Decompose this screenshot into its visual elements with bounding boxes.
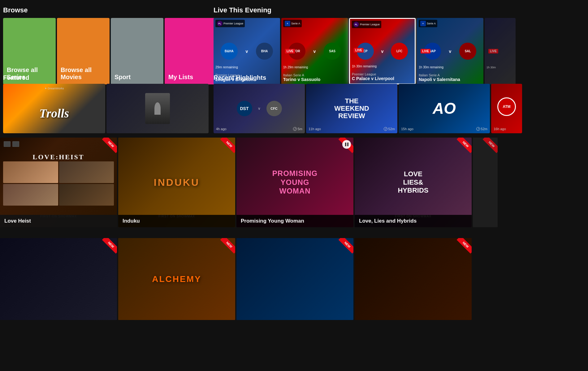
show2a-new-badge <box>98 238 117 257</box>
promising-label: Promising Young Woman <box>236 215 353 227</box>
league-badge-3: PL Premier League <box>352 21 381 28</box>
love-lies-new-badge <box>453 138 472 156</box>
show-card-love-heist[interactable]: LOVE:HEIST FIRST ON SHOWMAX Love Heist <box>0 138 117 227</box>
dark-show-content <box>145 84 170 133</box>
featured-cards: ✦ DreamWorks Trolls <box>3 84 214 133</box>
show2c-new-badge <box>335 238 353 257</box>
serie-a-logo-2: A <box>285 21 290 26</box>
love-lies-label: Love, Lies and Hybrids <box>355 215 472 227</box>
league-badge-4: A Serie A <box>419 20 437 27</box>
featured-card-dark[interactable] <box>106 84 209 133</box>
alchemy-title: ALCHEMY <box>152 274 201 284</box>
hl-logo-chalton: CFC <box>266 101 282 116</box>
highlights-title: Recent Highlights <box>214 74 585 81</box>
highlights-section: Recent Highlights DST v CFC 4h ago 5m TH… <box>214 74 585 133</box>
crest-team1b: BHA <box>256 43 273 60</box>
ao-text: AO <box>433 100 456 117</box>
remaining-1: 29m remaining <box>215 65 238 69</box>
show-card-induku[interactable]: INDUKU FIRST ON SHOWMAX Induku <box>118 138 235 227</box>
featured-section: Featured ✦ DreamWorks Trolls <box>3 74 214 133</box>
vs-text-4: v <box>449 49 452 54</box>
featured-title: Featured <box>3 74 214 81</box>
crest-sassuolo: SAS <box>324 43 341 60</box>
crest-liverpool: LFC <box>391 43 408 60</box>
shows-row-2: ALCHEMY <box>0 238 588 320</box>
live-row-3: LIVE 1h 30m remaining <box>352 65 377 68</box>
serie-a-logo-4: A <box>420 21 426 26</box>
hl-logo-dst: DST <box>237 101 252 116</box>
show-card-2c[interactable] <box>236 238 353 320</box>
vs-text-3: v <box>381 49 384 54</box>
highlight-card-3[interactable]: AO 15h ago 52m <box>399 84 490 133</box>
figure-head <box>154 102 161 115</box>
vs-text-1: v <box>246 49 248 54</box>
love-heist-label: Love Heist <box>0 215 117 227</box>
hl-vs-1: v <box>258 106 260 111</box>
induku-title: INDUKU <box>154 177 200 188</box>
hl-logos-1: DST v CFC <box>237 101 282 116</box>
live-badge-3: LIVE <box>354 48 364 53</box>
pause-button[interactable] <box>342 140 351 149</box>
live-section: Live This Evening PL Premier League B&HA… <box>214 6 585 84</box>
clock-icon-1 <box>293 127 297 131</box>
shows-row-1: LOVE:HEIST FIRST ON SHOWMAX Love Heist I… <box>0 138 588 227</box>
vs-text-2: v <box>313 49 316 54</box>
show-card-promising[interactable]: PROMISINGYOUNGWOMAN Promising Young Woma… <box>236 138 353 227</box>
live-title: Live This Evening <box>214 6 585 14</box>
live-row-2: LIVE 1h 29m remaining <box>283 66 308 69</box>
window-icons <box>4 141 19 147</box>
hl-time-3: 15h ago <box>401 127 413 131</box>
win-icon-2 <box>12 141 19 147</box>
highlight-card-1[interactable]: DST v CFC 4h ago 5m <box>214 84 305 133</box>
atletico-crest: ATM <box>497 97 516 116</box>
featured-card-trolls[interactable]: ✦ DreamWorks Trolls <box>3 84 105 133</box>
partial-new-badge-1 <box>479 138 498 156</box>
weekend-review-text: THEWEEKENDREVIEW <box>334 97 369 120</box>
shows-section-1: LOVE:HEIST FIRST ON SHOWMAX Love Heist I… <box>0 138 588 227</box>
league-badge-2: A Serie A <box>283 20 302 27</box>
promising-title: PROMISINGYOUNGWOMAN <box>272 169 318 196</box>
team-logos-1: B&HA v BHA <box>214 36 280 66</box>
love-heist-new-badge <box>98 138 117 156</box>
live-badge-5: LIVE <box>488 49 498 53</box>
remaining-3: 1h 30m remaining <box>352 65 377 68</box>
alchemy-new-badge <box>217 238 235 257</box>
trolls-title: Trolls <box>39 106 69 121</box>
thumb-1 <box>3 161 58 183</box>
live-row-5: LIVE 1h 30m <box>486 66 496 69</box>
pl-logo-1: PL <box>217 21 223 26</box>
pause-bar-1 <box>345 143 346 146</box>
crest-salernitana: SAL <box>459 43 476 60</box>
hl-duration-1: 5m <box>293 127 302 131</box>
show-card-2a[interactable] <box>0 238 117 320</box>
pause-bar-2 <box>347 143 348 146</box>
hl-duration-2: 52m <box>384 127 395 131</box>
shows-section-2: ALCHEMY <box>0 238 588 320</box>
show-card-partial-1[interactable] <box>473 138 498 227</box>
highlight-card-2[interactable]: THEWEEKENDREVIEW 11h ago 52m <box>306 84 397 133</box>
hl-time-4: 16h ago <box>494 127 506 131</box>
highlights-cards: DST v CFC 4h ago 5m THEWEEKENDREVIEW 11h… <box>214 84 585 133</box>
thumb-3 <box>3 184 58 206</box>
clock-icon-2 <box>384 127 387 131</box>
league-badge-1: PL Premier League <box>215 20 245 27</box>
remaining-2: 1h 29m remaining <box>283 66 308 69</box>
thumb-2 <box>59 161 114 183</box>
show-card-love-lies[interactable]: LOVELIES&HYBRIDS FIRST ON SHOWMAX Love, … <box>355 138 472 227</box>
live-badge-2: LIVE <box>285 49 295 53</box>
crest-team1a: B&HA <box>221 43 238 60</box>
love-heist-thumbs <box>3 161 114 206</box>
clock-icon-3 <box>476 127 480 131</box>
show-card-alchemy[interactable]: ALCHEMY <box>118 238 235 320</box>
hl-time-1: 4h ago <box>216 127 227 131</box>
remaining-4: 1h 30m remaining <box>419 66 443 69</box>
win-icon-1 <box>4 141 11 147</box>
thumb-4 <box>59 184 114 206</box>
highlight-card-4[interactable]: ATM 16h ago <box>491 84 522 133</box>
show-card-2d[interactable] <box>355 238 472 320</box>
hl-duration-3: 52m <box>476 127 487 131</box>
induku-label: Induku <box>118 215 235 227</box>
live-badge-4: LIVE <box>421 49 430 53</box>
live-row-4: LIVE 1h 30m remaining <box>419 66 443 69</box>
induku-new-badge <box>217 138 235 156</box>
